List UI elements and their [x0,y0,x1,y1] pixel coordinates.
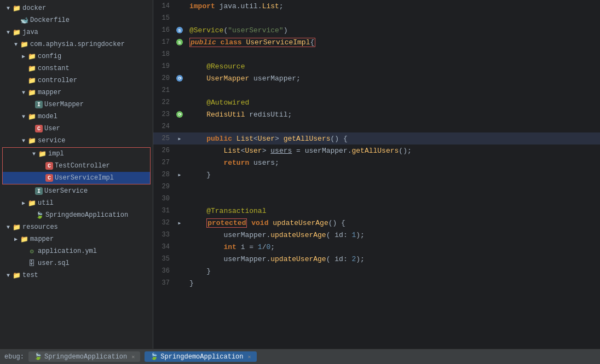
arrow-icon: ▶ [12,236,20,242]
interface-icon: I [35,187,43,195]
sidebar-item-usersql[interactable]: 🗄 user.sql [0,257,153,269]
line-content: public List<User> getAllUsers() { [185,135,600,143]
code-line-25: 25 ▶ public List<User> getAllUsers() { [153,132,600,145]
spring-tab-icon: 🍃 [150,353,158,361]
line-number: 18 [153,50,174,58]
folder-icon: 📁 [27,113,36,121]
sidebar-item-userservice[interactable]: I UserService [0,185,153,197]
sidebar-item-impl[interactable]: ▼ 📁 impl [3,148,150,160]
sidebar-item-config[interactable]: ▶ 📁 config [0,50,153,62]
sidebar-label: UserService [44,187,88,195]
sidebar-label: com.aphysia.springdocker [30,41,125,48]
sidebar-item-resources[interactable]: ▼ 📁 resources [0,221,153,233]
line-content: List<User> users = userMapper.getAllUser… [185,147,600,155]
folder-icon: 📁 [12,4,21,13]
sidebar-item-docker[interactable]: ▼ 📁 docker [0,2,153,14]
code-line-31: 31 @Transactional [153,205,600,217]
code-line-28: 28 ▶ } [153,169,600,181]
sidebar-label: resources [22,223,58,231]
code-line-27: 27 return users; [153,157,600,169]
line-gutter: S [174,26,185,34]
code-line-14: 14 import java.util.List; [153,0,600,12]
sidebar-item-mapper[interactable]: ▼ 📁 mapper [0,86,153,99]
code-line-15: 15 [153,12,600,24]
sidebar-item-constant[interactable]: 📁 constant [0,62,153,74]
class-icon: C [45,162,53,170]
sidebar-item-test[interactable]: ▼ 📁 test [0,269,153,281]
folder-icon: 📁 [38,150,47,158]
line-content: userMapper.updateUserAge( id: 2); [185,255,600,263]
sidebar-label: config [38,53,61,60]
folder-icon: 📁 [27,89,36,97]
tab-close-icon[interactable]: ✕ [131,354,135,360]
line-number: 34 [153,243,174,251]
sidebar-item-user[interactable]: C User [0,123,153,135]
sidebar-item-userserviceimpl[interactable]: C UserServiceImpl [3,172,150,184]
sidebar-item-res-mapper[interactable]: ▶ 📁 mapper [0,233,153,245]
code-line-17: 17 S public class UserServiceImpl{ [153,36,600,48]
code-line-30: 30 [153,193,600,205]
code-editor: 14 import java.util.List; 15 16 S @Servi… [153,0,600,349]
sidebar-item-springdemo[interactable]: 🍃 SpringdemoApplication [0,209,153,221]
sidebar-label: docker [22,4,46,12]
spring-icon: 🍃 [35,211,44,219]
line-gutter: ⟳ [174,111,185,118]
sidebar-item-java[interactable]: ▼ 📁 java [0,26,153,38]
code-line-26: 26 List<User> users = userMapper.getAllU… [153,145,600,157]
sidebar-label: user.sql [38,259,70,267]
arrow-icon: ▼ [4,273,12,279]
line-content: protected void updateUserAge() { [185,218,600,228]
line-number: 22 [153,99,174,106]
sidebar-item-controller[interactable]: 📁 controller [0,74,153,86]
arrow-icon: ▼ [12,42,20,48]
line-number: 23 [153,111,174,118]
svg-text:S: S [178,28,181,33]
svg-text:⟳: ⟳ [178,76,182,81]
line-content: import java.util.List; [185,2,600,10]
line-content: return users; [185,159,600,167]
sidebar-item-com-aphysia[interactable]: ▼ 📁 com.aphysia.springdocker [0,38,153,50]
line-content: @Resource [185,62,600,71]
sidebar-label: util [38,199,54,207]
sidebar-item-testcontroller[interactable]: C TestController [3,160,150,172]
sidebar-item-dockerfile[interactable]: 🐋 Dockerfile [0,14,153,26]
sidebar-label: controller [38,77,77,84]
status-tab-2[interactable]: 🍃 SpringdemoApplication ✕ [145,351,256,362]
sidebar-label: model [38,113,57,120]
line-number: 33 [153,231,174,239]
code-line-37: 37 } [153,277,600,289]
line-gutter: ▶ [174,172,185,177]
arrow-icon: ▼ [4,30,12,36]
line-number: 24 [153,123,174,130]
line-content: int i = 1/0; [185,243,600,251]
sidebar-label: impl [48,150,64,158]
line-number: 14 [153,2,174,10]
line-number: 17 [153,38,174,46]
sidebar-item-service[interactable]: ▼ 📁 service [0,135,153,147]
code-line-34: 34 int i = 1/0; [153,241,600,253]
line-content: @Service("userService") [185,26,600,34]
arrow-icon: ▼ [4,224,12,230]
arrow-icon: ▼ [30,151,38,157]
sidebar-label: application.yml [38,247,97,255]
sidebar-item-util[interactable]: ▶ 📁 util [0,197,153,209]
folder-icon: 📁 [12,28,21,37]
sidebar-label: mapper [30,235,54,243]
sidebar-label: service [38,137,65,145]
folder-icon: 📁 [12,271,21,280]
yaml-icon: ⚙ [27,247,36,256]
arrow-icon: ▼ [20,114,27,120]
tab-close-icon[interactable]: ✕ [248,354,251,360]
sidebar-item-usermapper[interactable]: I UserMapper [0,99,153,111]
sidebar-item-appyml[interactable]: ⚙ application.yml [0,245,153,257]
line-number: 19 [153,62,174,70]
status-tab-1[interactable]: 🍃 SpringdemoApplication ✕ [28,351,140,362]
code-area[interactable]: 14 import java.util.List; 15 16 S @Servi… [153,0,600,349]
folder-icon: 📁 [20,41,28,49]
code-line-29: 29 [153,181,600,193]
line-number: 35 [153,255,174,263]
line-content: userMapper.updateUserAge( id: 1); [185,231,600,239]
sidebar-item-model[interactable]: ▼ 📁 model [0,111,153,123]
folder-icon: 📁 [27,65,36,73]
line-number: 20 [153,74,174,82]
